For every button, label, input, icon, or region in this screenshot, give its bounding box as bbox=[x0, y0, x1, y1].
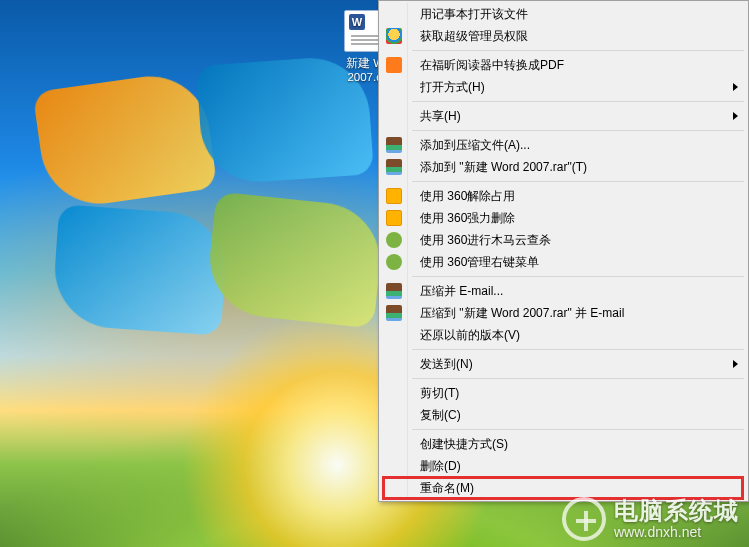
menu-item-label: 添加到压缩文件(A)... bbox=[420, 138, 530, 152]
menu-item-label: 添加到 "新建 Word 2007.rar"(T) bbox=[420, 160, 587, 174]
desktop: 新建 W 2007.d 用记事本打开该文件获取超级管理员权限在福昕阅读器中转换成… bbox=[0, 0, 749, 547]
menu-item-label: 发送到(N) bbox=[420, 357, 473, 371]
rar-icon bbox=[386, 305, 402, 321]
menu-separator bbox=[412, 130, 744, 131]
menu-item-create-shortcut[interactable]: 创建快捷方式(S) bbox=[382, 433, 746, 455]
menu-separator bbox=[412, 349, 744, 350]
menu-item-label: 创建快捷方式(S) bbox=[420, 437, 508, 451]
menu-item-label: 重命名(M) bbox=[420, 481, 474, 495]
menu-item-label: 删除(D) bbox=[420, 459, 461, 473]
menu-separator bbox=[412, 181, 744, 182]
shield-icon bbox=[386, 28, 402, 44]
watermark-title: 电脑系统城 bbox=[614, 498, 739, 524]
menu-item-label: 使用 360解除占用 bbox=[420, 189, 515, 203]
chevron-right-icon bbox=[733, 360, 738, 368]
menu-item-label: 压缩并 E-mail... bbox=[420, 284, 503, 298]
rar-icon bbox=[386, 159, 402, 175]
menu-item-label: 使用 360进行木马云查杀 bbox=[420, 233, 551, 247]
360y2-icon bbox=[386, 210, 402, 226]
menu-item-label: 还原以前的版本(V) bbox=[420, 328, 520, 342]
menu-item-notepad-open[interactable]: 用记事本打开该文件 bbox=[382, 3, 746, 25]
menu-item-label: 剪切(T) bbox=[420, 386, 459, 400]
menu-item-360-ctxmenu[interactable]: 使用 360管理右键菜单 bbox=[382, 251, 746, 273]
menu-item-add-rar[interactable]: 添加到 "新建 Word 2007.rar"(T) bbox=[382, 156, 746, 178]
watermark-url: www.dnxh.net bbox=[614, 525, 701, 540]
menu-item-admin-perm[interactable]: 获取超级管理员权限 bbox=[382, 25, 746, 47]
360g2-icon bbox=[386, 254, 402, 270]
chevron-right-icon bbox=[733, 112, 738, 120]
watermark-logo-icon bbox=[562, 497, 606, 541]
menu-item-360-unlock[interactable]: 使用 360解除占用 bbox=[382, 185, 746, 207]
menu-item-360-force-del[interactable]: 使用 360强力删除 bbox=[382, 207, 746, 229]
foxit-icon bbox=[386, 57, 402, 73]
wallpaper-leaf bbox=[51, 204, 229, 336]
menu-item-label: 使用 360管理右键菜单 bbox=[420, 255, 539, 269]
menu-item-label: 使用 360强力删除 bbox=[420, 211, 515, 225]
menu-separator bbox=[412, 101, 744, 102]
menu-item-add-archive[interactable]: 添加到压缩文件(A)... bbox=[382, 134, 746, 156]
menu-item-open-with[interactable]: 打开方式(H) bbox=[382, 76, 746, 98]
menu-item-label: 用记事本打开该文件 bbox=[420, 7, 528, 21]
menu-separator bbox=[412, 50, 744, 51]
menu-separator bbox=[412, 429, 744, 430]
menu-item-cut[interactable]: 剪切(T) bbox=[382, 382, 746, 404]
menu-item-zip-rar-email[interactable]: 压缩到 "新建 Word 2007.rar" 并 E-mail bbox=[382, 302, 746, 324]
menu-item-rename[interactable]: 重命名(M) bbox=[382, 477, 746, 499]
360y1-icon bbox=[386, 188, 402, 204]
chevron-right-icon bbox=[733, 83, 738, 91]
rar-icon bbox=[386, 137, 402, 153]
watermark: 电脑系统城 www.dnxh.net bbox=[562, 497, 739, 541]
menu-item-label: 共享(H) bbox=[420, 109, 461, 123]
menu-item-zip-email[interactable]: 压缩并 E-mail... bbox=[382, 280, 746, 302]
menu-separator bbox=[412, 378, 744, 379]
menu-item-share[interactable]: 共享(H) bbox=[382, 105, 746, 127]
menu-item-label: 打开方式(H) bbox=[420, 80, 485, 94]
menu-separator bbox=[412, 276, 744, 277]
menu-item-delete[interactable]: 删除(D) bbox=[382, 455, 746, 477]
menu-item-foxit-pdf[interactable]: 在福昕阅读器中转换成PDF bbox=[382, 54, 746, 76]
360g1-icon bbox=[386, 232, 402, 248]
menu-item-send-to[interactable]: 发送到(N) bbox=[382, 353, 746, 375]
menu-item-prev-versions[interactable]: 还原以前的版本(V) bbox=[382, 324, 746, 346]
wallpaper-leaf bbox=[32, 69, 217, 211]
menu-item-label: 获取超级管理员权限 bbox=[420, 29, 528, 43]
menu-item-label: 压缩到 "新建 Word 2007.rar" 并 E-mail bbox=[420, 306, 624, 320]
menu-item-360-trojan[interactable]: 使用 360进行木马云查杀 bbox=[382, 229, 746, 251]
menu-item-copy[interactable]: 复制(C) bbox=[382, 404, 746, 426]
menu-item-label: 复制(C) bbox=[420, 408, 461, 422]
menu-item-label: 在福昕阅读器中转换成PDF bbox=[420, 58, 564, 72]
rar-icon bbox=[386, 283, 402, 299]
wallpaper-leaf bbox=[204, 191, 386, 328]
context-menu: 用记事本打开该文件获取超级管理员权限在福昕阅读器中转换成PDF打开方式(H)共享… bbox=[378, 0, 749, 502]
